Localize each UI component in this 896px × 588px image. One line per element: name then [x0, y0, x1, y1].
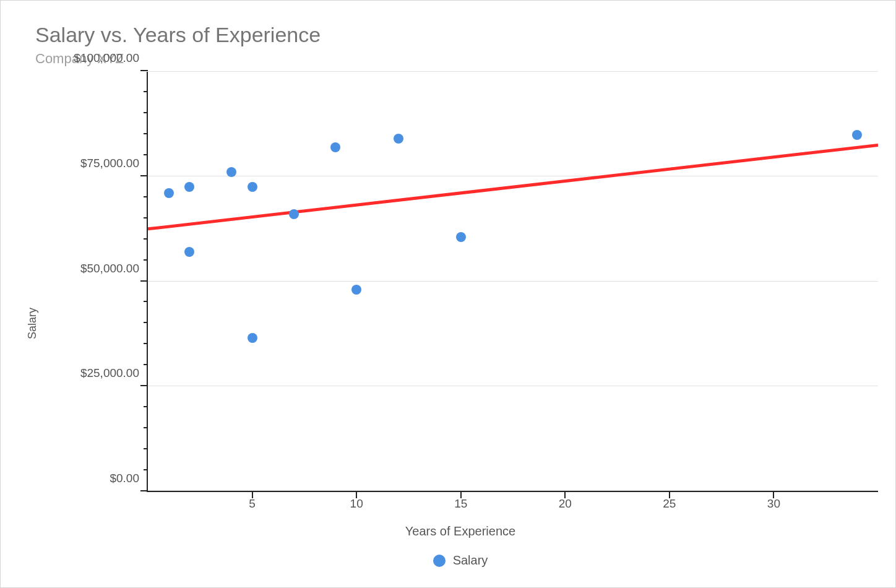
y-minor-tick — [144, 217, 148, 218]
y-minor-tick — [144, 112, 148, 113]
data-point — [289, 209, 299, 219]
y-tick — [140, 385, 148, 386]
y-minor-tick — [144, 154, 148, 155]
gridline — [148, 176, 878, 176]
y-minor-tick — [144, 133, 148, 134]
data-point — [456, 232, 466, 242]
data-point — [248, 182, 257, 192]
y-minor-tick — [144, 196, 148, 197]
y-minor-tick — [144, 91, 148, 92]
gridline — [148, 490, 878, 491]
chart-main: $0.00$25,000.00$50,000.00$75,000.00$100,… — [43, 72, 878, 575]
y-minor-tick — [144, 406, 148, 407]
data-point — [248, 333, 257, 343]
plot-area — [148, 72, 878, 492]
x-tick-label: 5 — [249, 497, 256, 511]
y-tick — [140, 70, 148, 71]
y-minor-tick — [144, 469, 148, 470]
legend-marker — [433, 555, 446, 567]
legend-label: Salary — [453, 553, 488, 568]
data-point — [184, 247, 194, 257]
y-minor-tick — [144, 301, 148, 302]
y-axis: $0.00$25,000.00$50,000.00$75,000.00$100,… — [43, 72, 148, 492]
y-tick-label: $75,000.00 — [80, 157, 139, 170]
x-axis-label: Years of Experience — [43, 524, 878, 538]
y-tick — [140, 490, 148, 491]
y-tick-label: $50,000.00 — [80, 262, 139, 275]
data-point — [164, 188, 174, 198]
chart-body: Salary $0.00$25,000.00$50,000.00$75,000.… — [25, 72, 878, 575]
x-tick-label: 10 — [350, 497, 363, 511]
x-tick-label: 20 — [559, 497, 572, 511]
y-minor-tick — [144, 343, 148, 344]
y-tick-label: $100,000.00 — [74, 51, 139, 65]
x-tick-label: 25 — [663, 497, 676, 511]
data-point — [330, 142, 340, 152]
y-minor-tick — [144, 322, 148, 323]
legend: Salary — [43, 553, 878, 568]
x-tick-label: 30 — [767, 497, 780, 511]
data-point — [351, 285, 361, 295]
data-point — [184, 182, 194, 192]
y-tick-label: $0.00 — [110, 472, 139, 485]
y-tick — [140, 280, 148, 282]
y-minor-tick — [144, 364, 148, 365]
chart-subtitle: Company XYZ — [35, 51, 878, 67]
y-minor-tick — [144, 259, 148, 261]
x-tick-label: 15 — [454, 497, 467, 511]
data-point — [852, 130, 862, 140]
data-point — [394, 134, 403, 144]
y-minor-tick — [144, 427, 148, 428]
y-tick-label: $25,000.00 — [80, 366, 139, 380]
gridline — [148, 281, 878, 282]
gridline — [148, 386, 878, 386]
y-tick — [140, 175, 148, 176]
y-minor-tick — [144, 238, 148, 240]
chart-title: Salary vs. Years of Experience — [35, 23, 878, 47]
x-axis: 51015202530 — [148, 492, 878, 513]
y-minor-tick — [144, 448, 148, 449]
chart-container: Salary vs. Years of Experience Company X… — [0, 0, 896, 588]
trendline — [148, 72, 878, 491]
svg-line-0 — [148, 145, 878, 228]
data-point — [226, 167, 236, 177]
y-axis-label: Salary — [25, 72, 39, 575]
gridline — [148, 71, 878, 72]
